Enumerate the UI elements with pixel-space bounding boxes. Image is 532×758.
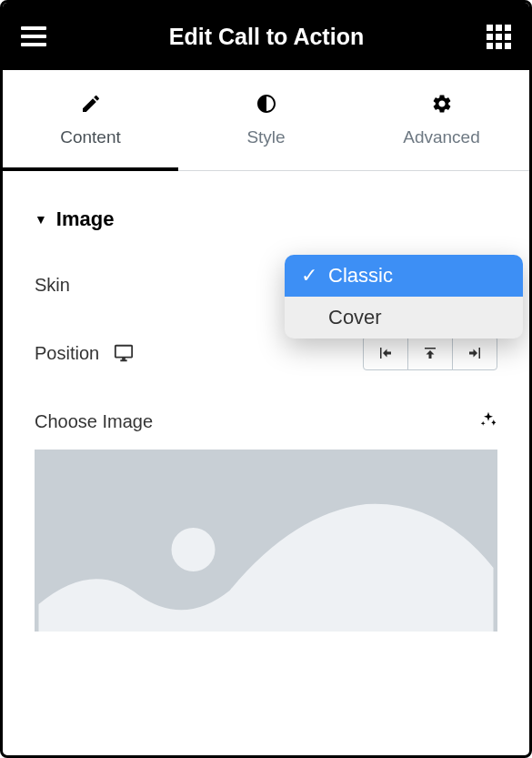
tab-content[interactable]: Content — [3, 70, 178, 170]
position-right-button[interactable] — [452, 336, 497, 370]
dropdown-option-label: Classic — [328, 264, 393, 288]
menu-icon[interactable] — [21, 26, 46, 46]
control-position: Position — [35, 336, 497, 370]
content-panel: ▼ Image Skin ✓ Classic Cover Position — [3, 171, 529, 668]
caret-down-icon: ▼ — [35, 212, 47, 227]
tabs-bar: Content Style Advanced — [3, 70, 529, 171]
gear-icon — [431, 93, 453, 115]
tab-advanced[interactable]: Advanced — [354, 70, 529, 170]
skin-dropdown[interactable]: ✓ Classic Cover — [285, 255, 523, 339]
sparkle-icon[interactable] — [479, 410, 497, 433]
position-left-button[interactable] — [363, 336, 408, 370]
tab-style[interactable]: Style — [178, 70, 354, 170]
section-title: Image — [56, 207, 115, 231]
dropdown-option-cover[interactable]: Cover — [285, 297, 523, 339]
dropdown-option-classic[interactable]: ✓ Classic — [285, 255, 523, 297]
page-title: Edit Call to Action — [169, 24, 364, 50]
check-icon: ✓ — [301, 264, 317, 288]
choose-image-label: Choose Image — [35, 411, 153, 432]
tab-advanced-label: Advanced — [403, 127, 480, 147]
contrast-icon — [256, 93, 277, 115]
align-top-icon — [422, 345, 438, 361]
pencil-icon — [80, 93, 102, 115]
align-right-icon — [467, 345, 483, 361]
placeholder-image-icon — [35, 450, 497, 632]
control-skin: Skin ✓ Classic Cover — [35, 275, 497, 296]
position-label: Position — [35, 343, 99, 364]
dropdown-option-label: Cover — [328, 306, 382, 329]
apps-grid-icon[interactable] — [487, 25, 511, 49]
section-image-header[interactable]: ▼ Image — [35, 207, 497, 231]
control-choose-image: Choose Image — [35, 410, 497, 433]
skin-label: Skin — [35, 275, 70, 296]
desktop-icon[interactable] — [114, 343, 134, 363]
position-top-button[interactable] — [407, 336, 453, 370]
tab-style-label: Style — [246, 127, 285, 147]
position-toggle-group — [363, 336, 497, 370]
svg-point-1 — [172, 528, 216, 571]
align-left-icon — [377, 345, 394, 361]
header-bar: Edit Call to Action — [3, 3, 529, 70]
image-placeholder[interactable] — [35, 450, 497, 632]
tab-content-label: Content — [60, 127, 121, 147]
